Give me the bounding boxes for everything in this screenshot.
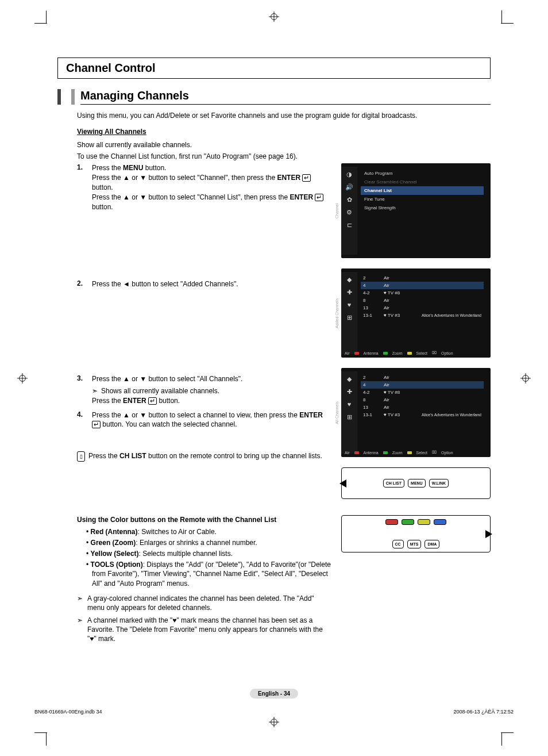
remote-hint: ▯ Press the CH LIST button on the remote…: [77, 451, 331, 462]
page-number: English - 34: [250, 689, 298, 699]
color-heading: Using the Color buttons on the Remote wi…: [77, 515, 331, 524]
text: : Switches to Air or Cable.: [138, 528, 217, 536]
enter-icon: ↵: [302, 174, 311, 182]
channel-row: 8Air: [361, 297, 484, 304]
remote-icon: ▯: [77, 451, 85, 462]
tv-footer: Air Antenna Zoom Select ⌧Option: [345, 450, 487, 455]
text: button.: [143, 164, 166, 172]
label: Green (Zoom): [91, 539, 136, 547]
enter-icon: ↵: [92, 421, 101, 428]
step-body: Press the ▲ or ▼ button to select "All C…: [92, 374, 331, 405]
tv-menu-item: Auto Program: [361, 169, 484, 178]
green-button-icon: [402, 519, 414, 525]
note-text: A channel marked with the "♥" mark means…: [87, 616, 331, 644]
step-body: Press the ◄ button to select "Added Chan…: [92, 279, 331, 289]
intro-text: Using this menu, you can Add/Delete or s…: [77, 112, 491, 120]
tools-icon: ⌧: [432, 351, 437, 355]
step-number: 3.: [77, 374, 92, 405]
tv-menu-item: Signal Strength: [361, 204, 484, 212]
heading-bar-icon: [57, 89, 61, 105]
label: Yellow (Select): [91, 550, 139, 558]
paragraph: Show all currently available channels.: [77, 140, 491, 149]
step-number: 1.: [77, 163, 92, 212]
mode-label: Air: [345, 351, 350, 355]
note-arrow-icon: ➣: [77, 594, 83, 612]
registration-mark-icon: [520, 373, 531, 383]
enter-label: ENTER: [123, 397, 146, 405]
print-footer: BN68-01669A-00Eng.indb 34 2008-06-13 ¿ÀÈ…: [34, 709, 514, 715]
enter-label: ENTER: [299, 411, 323, 419]
picture-icon: ◑: [345, 170, 353, 178]
yellow-dot-icon: [407, 352, 412, 355]
green-dot-icon: [383, 352, 388, 355]
yellow-label: Select: [416, 451, 427, 455]
red-button-icon: [385, 519, 398, 525]
chlist-button: CH LIST: [383, 479, 404, 488]
pointer-arrow-icon: [482, 529, 492, 539]
chlist-label: CH LIST: [119, 452, 146, 460]
input-icon: ⊏: [345, 221, 353, 229]
note-arrow-icon: ➣: [77, 616, 83, 644]
mts-button: MTS: [407, 540, 422, 548]
section-title: Channel Control: [66, 62, 482, 75]
step-2: 2. Press the ◄ button to select "Added C…: [77, 279, 331, 289]
channel-row: 4-2♥ TV #8: [361, 289, 484, 297]
svg-marker-12: [339, 479, 346, 488]
note-1: ➣A gray-colored channel indicates the ch…: [77, 594, 331, 612]
all-icon: ◆: [345, 375, 353, 383]
text: Press the: [88, 452, 119, 460]
tv-screenshot-added-channels: Added Channels ◆ ✚ ♥ ⊞ 2Air4Air4-2♥ TV #…: [341, 268, 491, 358]
red-dot-icon: [354, 352, 359, 355]
favorite-icon: ♥: [345, 301, 353, 309]
svg-marker-13: [485, 530, 492, 538]
print-file: BN68-01669A-00Eng.indb 34: [34, 709, 102, 715]
color-bullets: Red (Antenna): Switches to Air or Cable.…: [86, 527, 331, 588]
bullet-green: Green (Zoom): Enlarges or shrinks a chan…: [86, 538, 331, 547]
yellow-dot-icon: [407, 451, 412, 454]
step-number: 2.: [77, 279, 92, 289]
text: Press the: [92, 164, 123, 172]
step-body: Press the ▲ or ▼ button to select a chan…: [92, 410, 331, 430]
channel-row: 13-1♥ TV #3Alice's Adventures in Wonderl…: [361, 411, 484, 419]
enter-label: ENTER: [277, 174, 300, 182]
program-icon: ⊞: [345, 313, 353, 321]
text: Press the: [92, 397, 123, 405]
enter-icon: ↵: [315, 194, 323, 201]
text: button on the remote control to bring up…: [146, 452, 322, 460]
tv-screenshot-channel-menu: Channel ◑ 🔊 ✿ ⚙ ⊏ Auto ProgramClear Scra…: [341, 163, 491, 258]
text: button.: [157, 397, 180, 405]
menu-label: MENU: [123, 164, 143, 172]
green-dot-icon: [383, 451, 388, 454]
bullet-yellow: Yellow (Select): Selects multiple channe…: [86, 549, 331, 558]
print-timestamp: 2008-06-13 ¿ÀÈÄ 7:12:52: [453, 709, 514, 715]
pointer-arrow-icon: [339, 478, 350, 489]
heading-bar-icon: [71, 89, 75, 105]
registration-mark-icon: [17, 373, 28, 383]
text: Press the ▲ or ▼ button to select "Chann…: [92, 193, 290, 201]
all-icon: ◆: [345, 275, 353, 283]
channel-row: 13Air: [361, 404, 484, 411]
step-4: 4. Press the ▲ or ▼ button to select a c…: [77, 410, 331, 430]
blue-button-icon: [434, 519, 446, 525]
channel-row: 2Air: [361, 374, 484, 381]
tv-menu-item: Fine Tune: [361, 195, 484, 204]
registration-mark-icon: [269, 11, 279, 22]
tv-menu-item: Clear Scrambled Channel: [361, 178, 484, 186]
cc-button: CC: [392, 540, 404, 548]
sidebar-label: Channel: [335, 204, 339, 218]
sidebar-label: All Channels: [335, 401, 339, 424]
step-body: Press the MENU button. Press the ▲ or ▼ …: [92, 163, 331, 212]
channel-row: 4-2♥ TV #8: [361, 389, 484, 396]
tv-menu-item: Channel List: [361, 186, 484, 195]
channel-row: 4Air: [361, 381, 484, 389]
enter-label: ENTER: [290, 193, 313, 201]
label: Red (Antenna): [91, 528, 138, 536]
enter-icon: ↵: [148, 397, 157, 405]
red-label: Antenna: [364, 451, 379, 455]
sidebar-label: Added Channels: [335, 298, 339, 328]
heading-row: Managing Channels: [57, 89, 491, 105]
step-number: 4.: [77, 410, 92, 430]
yellow-button-icon: [418, 519, 430, 525]
text: Press the ▲ or ▼ button to select a chan…: [92, 411, 299, 419]
text: : Selects multiple channel lists.: [139, 550, 233, 558]
